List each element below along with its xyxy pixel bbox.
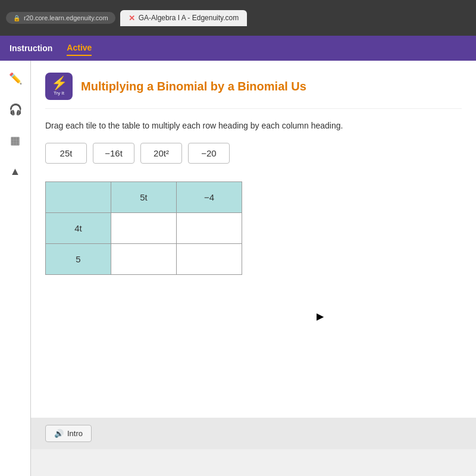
multiplication-table: 5t −4 4t 5 (45, 181, 242, 275)
table-col-header-1: 5t (111, 182, 177, 213)
browser-chrome: 🔒 r20.core.learn.edgenuity.com ✕ GA-Alge… (0, 0, 476, 36)
tile-25t[interactable]: 25t (45, 143, 87, 164)
try-it-label: Try It (54, 90, 64, 96)
intro-label: Intro (67, 429, 83, 438)
mouse-cursor: ▶ (317, 311, 324, 320)
table-cell-2-2[interactable] (177, 244, 242, 275)
table-row-header-1: 4t (46, 213, 111, 244)
sidebar-calculator-icon[interactable]: ▦ (5, 130, 26, 151)
card-header: ⚡ Try It Multiplying a Binomial by a Bin… (45, 73, 462, 109)
sidebar: ✏️ 🎧 ▦ ▲ (0, 61, 31, 476)
nav-bar: Instruction Active (0, 36, 476, 61)
instructions-text: Drag each tile to the table to multiply … (45, 120, 462, 132)
sidebar-pencil-icon[interactable]: ✏️ (5, 68, 26, 89)
table-cell-1-1[interactable] (111, 213, 177, 244)
url-text: r20.core.learn.edgenuity.com (24, 14, 108, 21)
lock-icon: 🔒 (13, 15, 20, 21)
tab-label: GA-Algebra I A - Edgenuity.com (139, 14, 239, 22)
table-cell-2-1[interactable] (111, 244, 177, 275)
nav-tab-active[interactable]: Active (67, 40, 92, 56)
table-corner (46, 182, 111, 213)
bottom-bar: 🔊 Intro (31, 418, 476, 449)
nav-tab-instruction[interactable]: Instruction (10, 41, 52, 55)
tile-neg16t[interactable]: −16t (93, 143, 134, 164)
table-col-header-2: −4 (177, 182, 242, 213)
card-title: Multiplying a Binomial by a Binomial Us (81, 80, 306, 93)
browser-tab[interactable]: ✕ GA-Algebra I A - Edgenuity.com (120, 10, 248, 26)
tile-neg20[interactable]: −20 (188, 143, 230, 164)
content-area: ⚡ Try It Multiplying a Binomial by a Bin… (31, 61, 476, 476)
table-cell-1-2[interactable] (177, 213, 242, 244)
tiles-row: 25t −16t 20t² −20 (45, 143, 462, 164)
bolt-icon: ⚡ (51, 77, 67, 90)
x-icon: ✕ (129, 14, 135, 23)
table-row-1: 4t (46, 213, 242, 244)
intro-speaker-icon: 🔊 (54, 429, 64, 438)
table-row-header-2: 5 (46, 244, 111, 275)
url-bar[interactable]: 🔒 r20.core.learn.edgenuity.com (6, 12, 115, 24)
tile-20t2[interactable]: 20t² (140, 143, 182, 164)
main-card: ⚡ Try It Multiplying a Binomial by a Bin… (31, 61, 476, 418)
sidebar-headphones-icon[interactable]: 🎧 (5, 99, 26, 120)
sidebar-arrow-up-icon[interactable]: ▲ (5, 161, 26, 182)
main-layout: ✏️ 🎧 ▦ ▲ ⚡ Try It Multiplying a Binomial… (0, 61, 476, 476)
intro-button[interactable]: 🔊 Intro (45, 425, 92, 442)
table-row-2: 5 (46, 244, 242, 275)
lightning-badge: ⚡ Try It (45, 73, 73, 100)
